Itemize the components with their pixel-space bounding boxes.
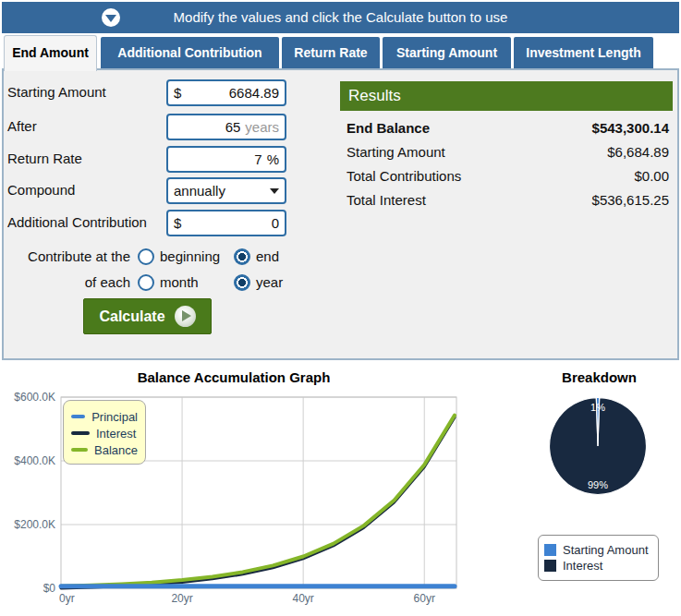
end-balance-value: $543,300.14 <box>592 118 669 139</box>
total-contributions-value: $0.00 <box>634 166 669 187</box>
pie-chart-legend: Starting AmountInterest <box>538 535 659 581</box>
starting-amount-input[interactable] <box>185 85 279 101</box>
svg-text:$400.0K: $400.0K <box>14 454 55 467</box>
compound-label: Compound <box>7 181 75 199</box>
tab-additional-contribution[interactable]: Additional Contribution <box>101 37 279 68</box>
starting-amount-field: $ <box>166 79 286 106</box>
line-chart-legend: PrincipalInterestBalance <box>63 400 146 465</box>
svg-text:$200.0K: $200.0K <box>14 518 55 531</box>
radio-month-label[interactable]: month <box>160 273 199 292</box>
contribute-when-row: Contribute at the beginning end <box>7 248 303 266</box>
compound-select[interactable]: annually <box>166 177 286 204</box>
top-banner: Modify the values and click the Calculat… <box>2 2 679 33</box>
svg-text:$600.0K: $600.0K <box>14 391 55 404</box>
tab-investment-length[interactable]: Investment Length <box>514 37 653 68</box>
starting-amount-label: Starting Amount <box>7 83 106 102</box>
legend-label: Interest <box>96 427 136 441</box>
percent-suffix: % <box>267 151 279 167</box>
interest-swatch <box>544 560 556 572</box>
dollar-prefix: $ <box>174 215 181 231</box>
return-rate-field: % <box>166 146 286 173</box>
legend-item: Balance <box>71 441 138 458</box>
legend-item: Interest <box>544 558 652 574</box>
total-contributions-label: Total Contributions <box>347 166 461 187</box>
svg-text:60yr: 60yr <box>414 592 435 605</box>
breakdown-pie-chart: 1%99% <box>480 388 681 545</box>
legend-label: Balance <box>94 443 138 457</box>
balance-graph-title: Balance Accumulation Graph <box>49 369 419 385</box>
result-row-total-interest: Total Interest $536,615.25 <box>340 190 669 211</box>
after-years-input[interactable] <box>174 119 240 135</box>
legend-item: Principal <box>71 408 138 425</box>
years-suffix: years <box>245 119 279 135</box>
investment-calculator: Modify the values and click the Calculat… <box>0 0 681 616</box>
results-header: Results <box>340 81 673 111</box>
radio-month[interactable] <box>138 274 154 291</box>
legend-label: Starting Amount <box>563 543 649 557</box>
result-row-end-balance: End Balance $543,300.14 <box>340 118 669 139</box>
legend-item: Starting Amount <box>544 542 652 558</box>
end-balance-label: End Balance <box>347 118 430 139</box>
compound-selected-value: annually <box>174 183 270 199</box>
contribute-each-row: of each month year <box>7 273 303 292</box>
total-interest-value: $536,615.25 <box>592 190 669 211</box>
banner-text: Modify the values and click the Calculat… <box>2 2 679 33</box>
legend-item: Interest <box>71 425 138 441</box>
contribute-each-label: of each <box>7 273 130 292</box>
legend-label: Interest <box>563 559 602 573</box>
svg-text:1%: 1% <box>590 402 605 413</box>
calculator-panel: Starting Amount After Return Rate Compou… <box>2 68 679 360</box>
tab-starting-amount[interactable]: Starting Amount <box>383 37 511 68</box>
tab-return-rate[interactable]: Return Rate <box>282 37 380 68</box>
calculate-button-label: Calculate <box>99 308 164 325</box>
principal-line-swatch <box>71 415 85 418</box>
radio-year-label[interactable]: year <box>256 273 283 292</box>
radio-end[interactable] <box>234 248 250 265</box>
balance-line-swatch <box>71 448 88 452</box>
after-label: After <box>7 117 37 136</box>
starting-amount-result-value: $6,684.89 <box>607 142 669 163</box>
tab-end-amount[interactable]: End Amount <box>4 35 97 71</box>
chevron-down-icon <box>270 188 279 194</box>
starting-amount-result-label: Starting Amount <box>347 142 445 163</box>
svg-text:40yr: 40yr <box>292 592 313 605</box>
legend-label: Principal <box>91 410 138 424</box>
breakdown-title: Breakdown <box>517 369 681 385</box>
after-field: years <box>166 114 286 140</box>
return-rate-label: Return Rate <box>7 150 82 168</box>
starting-amount-swatch <box>544 544 556 556</box>
total-interest-label: Total Interest <box>347 190 426 211</box>
radio-beginning-label[interactable]: beginning <box>160 248 220 266</box>
result-row-starting-amount: Starting Amount $6,684.89 <box>340 142 669 163</box>
interest-line-swatch <box>71 431 90 435</box>
svg-text:20yr: 20yr <box>171 592 192 605</box>
radio-beginning[interactable] <box>138 248 154 265</box>
radio-end-label[interactable]: end <box>256 248 279 266</box>
svg-text:99%: 99% <box>588 479 608 490</box>
return-rate-input[interactable] <box>174 151 262 167</box>
dollar-prefix: $ <box>174 85 181 101</box>
svg-text:0yr: 0yr <box>59 592 75 605</box>
svg-text:$0: $0 <box>43 582 56 595</box>
contribute-when-label: Contribute at the <box>7 248 130 266</box>
play-icon <box>175 306 196 327</box>
additional-contribution-field: $ <box>166 210 286 236</box>
additional-contribution-input[interactable] <box>185 215 279 231</box>
radio-year[interactable] <box>234 274 250 291</box>
result-row-total-contributions: Total Contributions $0.00 <box>340 166 669 187</box>
calculate-button[interactable]: Calculate <box>83 298 212 334</box>
additional-contribution-label: Additional Contribution <box>7 213 147 232</box>
